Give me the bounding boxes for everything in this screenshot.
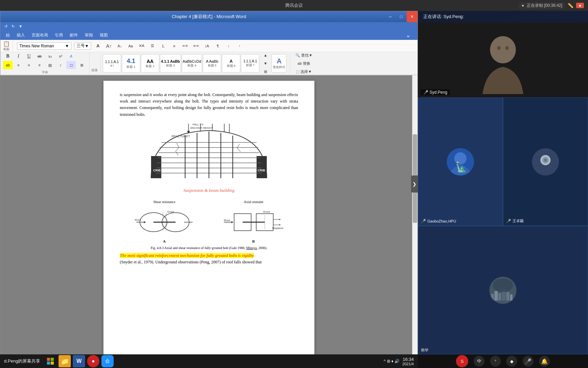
maximize-btn[interactable]: □ <box>396 11 407 22</box>
indent-dec-btn[interactable]: ⇐≡ <box>181 42 189 50</box>
list-btn[interactable]: ≡ <box>170 42 178 50</box>
change-case-btn[interactable]: Aa <box>127 42 135 50</box>
window-controls: ─ □ ✕ <box>385 11 418 22</box>
style-heading3[interactable]: 4.1.1 AaBb 标题 3 <box>160 54 181 73</box>
word-taskbar-btn[interactable]: W <box>73 355 85 367</box>
paste-icon[interactable]: 📋 <box>3 40 10 47</box>
align-center-btn[interactable]: ≡ <box>24 61 34 69</box>
show-marks-btn[interactable]: ¶ <box>214 42 222 50</box>
pen-icon[interactable]: ✏️ <box>568 3 573 8</box>
rp-bell-icon[interactable]: 🔔 <box>539 356 550 367</box>
bullets-btn[interactable]: ☰ <box>148 42 157 50</box>
align-left-btn[interactable]: ≡ <box>14 61 23 69</box>
replace-btn[interactable]: ab 替换 <box>294 60 314 67</box>
svg-rect-63 <box>51 358 54 361</box>
svg-rect-1 <box>257 156 267 178</box>
tencent-meeting-btn[interactable]: 会 <box>101 355 114 367</box>
word-titlebar: Chapter 4 [兼容模式] - Microsoft Word ─ □ ✕ <box>0 11 418 22</box>
doc-scrollbar[interactable]: + <box>412 75 418 368</box>
gallery-scroll-up[interactable]: ▲ <box>261 51 270 59</box>
close-btn[interactable]: ✕ <box>407 11 418 22</box>
highlight-btn[interactable]: ab <box>3 61 13 69</box>
shading-btn[interactable]: ◻ <box>66 61 76 69</box>
strikethrough-btn[interactable]: ab <box>35 52 44 60</box>
paragraph-label: 段落 <box>92 68 98 73</box>
panel-collapse-btn[interactable]: ❯ <box>411 175 418 193</box>
svg-text:CRIB: CRIB <box>153 169 161 172</box>
rp-emoji-icon[interactable]: ◆ <box>506 356 517 367</box>
style-heading2[interactable]: AA 标题 2 <box>141 54 159 73</box>
style-heading6[interactable]: A 标题 6 <box>222 54 240 73</box>
text-effects-btn[interactable]: A <box>66 52 76 60</box>
qat-redo[interactable]: ↻ <box>10 24 16 29</box>
increase-btn[interactable]: ↑ <box>235 42 244 50</box>
bold-format-btn[interactable]: B <box>3 52 13 60</box>
nanhua-avatar-svg <box>489 277 517 304</box>
ribbon-toggle[interactable]: ⌄ <box>406 31 411 39</box>
bold-btn[interactable]: A <box>94 42 102 50</box>
svg-rect-65 <box>51 362 54 365</box>
decrease-btn[interactable]: ↓ <box>225 42 233 50</box>
underline-format-btn[interactable]: U <box>24 52 34 60</box>
italic-format-btn[interactable]: I <box>14 52 23 60</box>
menu-insert[interactable]: 插入 <box>14 31 28 39</box>
format-clear-btn[interactable]: ✕A <box>137 42 146 50</box>
menu-view[interactable]: 视图 <box>97 31 111 39</box>
rp-mic-icon[interactable]: 🎤 <box>523 356 534 367</box>
menu-layout[interactable]: 页面布局 <box>29 31 51 39</box>
gallery-scroll-down[interactable]: ▼ <box>261 60 270 67</box>
taskbar-apps: 📁 W ● 会 <box>44 355 114 367</box>
taskbar-tray: ^ ⊞ ♦ 🔊 <box>384 359 400 364</box>
style-heading5[interactable]: A AaBb 标题 5 <box>203 54 221 73</box>
find-btn[interactable]: 🔍 查找▼ <box>294 51 314 59</box>
menu-home[interactable]: 始 <box>3 31 13 39</box>
person-silhouette-svg <box>469 26 537 94</box>
start-btn[interactable] <box>44 355 56 367</box>
superscript-btn[interactable]: x² <box>56 52 65 60</box>
borders-btn[interactable]: ⊞ <box>77 61 86 69</box>
style-heading4[interactable]: AaBbCcDd 标题 4 <box>182 54 202 73</box>
shrink-font-btn[interactable]: A↓ <box>116 42 124 50</box>
font-size-selector[interactable]: 三号 ▼ <box>74 42 91 50</box>
select-btn[interactable]: ⬚ 选择▼ <box>294 68 314 75</box>
svg-point-44 <box>490 36 516 63</box>
qat-undo[interactable]: ↺ <box>3 24 9 29</box>
qat-more[interactable]: ▼ <box>17 24 24 29</box>
style-change-btn[interactable]: A 更改样式 <box>272 54 287 73</box>
sort-btn[interactable]: ↕A <box>203 42 211 50</box>
numbering-btn[interactable]: 1. <box>159 42 167 50</box>
menu-mail[interactable]: 邮件 <box>67 31 81 39</box>
svg-rect-59 <box>506 292 509 301</box>
rp-chinese-icon[interactable]: 中 <box>474 356 485 367</box>
doc-page[interactable]: is suspension and it works at every poin… <box>103 81 314 365</box>
axial-diagram: Axial restraint Rock Grout Displacem <box>224 200 283 243</box>
style-gallery: 1.1.1.A.1 a i 4.1 标题 1 AA 标题 2 4.1.1 AaB… <box>103 54 259 73</box>
explorer-btn[interactable]: 📁 <box>59 355 71 367</box>
menu-references[interactable]: 引用 <box>52 31 66 39</box>
grow-font-btn[interactable]: A↑ <box>105 42 113 50</box>
font-name-selector[interactable]: Times New Roman ▼ <box>17 42 71 50</box>
stop-record-btn[interactable]: ■ <box>576 3 584 8</box>
gallery-expand[interactable]: ⊞ <box>261 68 270 75</box>
nanhua-name: 南华 <box>421 348 428 353</box>
windows-logo <box>47 358 54 365</box>
menu-review[interactable]: 审阅 <box>82 31 96 39</box>
justify-btn[interactable]: ▤ <box>45 61 55 69</box>
line-spacing-btn[interactable]: ↕ <box>56 61 65 69</box>
minimize-btn[interactable]: ─ <box>385 11 396 22</box>
rp-sogou-icon[interactable]: S <box>456 355 468 367</box>
app-red-btn[interactable]: ● <box>87 355 99 367</box>
doc-figure-suspension: FRACTURE? FALL TO ANCHOR HEIGHT CRIB CRI… <box>120 122 298 196</box>
rp-settings-icon[interactable]: ° <box>490 356 501 367</box>
align-right-btn[interactable]: ≡ <box>35 61 44 69</box>
clock-time: 16:34 <box>402 357 414 362</box>
style-heading7[interactable]: 1.1.1.A.1 标题 7 <box>241 54 259 73</box>
style-heading1[interactable]: 4.1 标题 1 <box>122 54 140 73</box>
participant-cell-gaobao: 🗽 🎤 GaoboZhao,HPU <box>418 97 503 226</box>
tencent-title: 腾讯会议 <box>285 2 303 9</box>
subscript-btn[interactable]: x₂ <box>45 52 55 60</box>
style-normal[interactable]: 1.1.1.A.1 a i <box>103 54 121 73</box>
fig-caption-text: Fig. 4.8.3 Axial and shear resistance of… <box>120 246 298 250</box>
shear-label-A: A <box>163 239 166 243</box>
indent-inc-btn[interactable]: ≡⇒ <box>192 42 200 50</box>
